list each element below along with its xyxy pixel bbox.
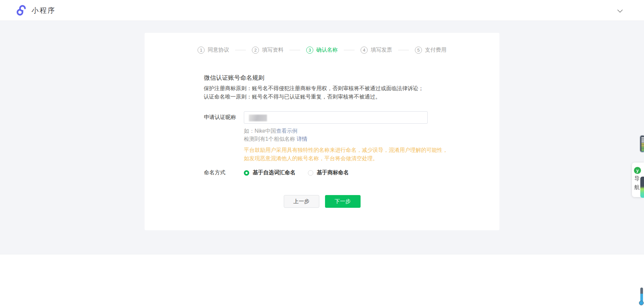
- page-progress-thermometer-bulb[interactable]: [639, 301, 644, 305]
- scroll-minimap-widget[interactable]: [640, 135, 644, 152]
- chevron-down-icon[interactable]: [618, 7, 623, 13]
- example-prefix: 如：Nike中国: [244, 128, 276, 134]
- naming-method-label: 命名方式: [204, 169, 244, 176]
- rule-line-trademark: 保护注册商标原则：账号名不得侵犯注册商标专用权，否则审核将不被通过或面临法律诉讼…: [204, 84, 499, 93]
- warning-line-1: 平台鼓励用户采用具有独特性的名称来进行命名，减少误导，混淆用户理解的可能性，: [244, 146, 499, 154]
- example-line: 如：Nike中国查看示例: [244, 127, 499, 135]
- nav-label-char-1: 导: [634, 176, 640, 182]
- input-redacted-text: [249, 115, 267, 121]
- view-example-link[interactable]: 查看示例: [276, 128, 298, 134]
- radio-option-custom-words[interactable]: 基于自选词汇命名: [244, 169, 296, 176]
- actions-row: 上一步 下一步: [145, 195, 499, 208]
- next-step-button[interactable]: 下一步: [325, 195, 361, 208]
- miniprogram-logo-icon: [15, 4, 27, 16]
- naming-method-row: 命名方式 基于自选词汇命名 基于商标命名: [204, 169, 499, 176]
- stepper-separator: [235, 50, 246, 50]
- page-title: 小程序: [32, 6, 56, 15]
- rules-title: 微信认证账号命名规则: [204, 73, 499, 82]
- nickname-row: 申请认证昵称: [204, 111, 499, 124]
- naming-warning: 平台鼓励用户采用具有独特性的名称来进行命名，减少误导，混淆用户理解的可能性， 如…: [244, 146, 499, 163]
- nickname-label: 申请认证昵称: [204, 114, 244, 121]
- nav-label-char-2: 航: [634, 184, 640, 190]
- step-number: 5: [415, 47, 422, 54]
- main-area: 1 同意协议 2 填写资料 3 确认名称 4 填写发票 5 支付费用: [0, 21, 644, 254]
- step-label: 填写发票: [371, 47, 392, 54]
- nav-extension-logo-icon[interactable]: y: [634, 167, 641, 174]
- stepper-separator: [344, 50, 355, 50]
- nickname-input[interactable]: [244, 111, 428, 124]
- stepper-separator: [398, 50, 409, 50]
- page-footer: [0, 254, 644, 308]
- radio-label: 基于商标命名: [317, 169, 349, 176]
- stepper-separator: [289, 50, 300, 50]
- radio-option-trademark[interactable]: 基于商标命名: [308, 169, 349, 176]
- minimap-ticks: [641, 137, 644, 152]
- rules-text: 保护注册商标原则：账号名不得侵犯注册商标专用权，否则审核将不被通过或面临法律诉讼…: [204, 84, 499, 101]
- rule-line-unique: 认证命名唯一原则：账号名不得与已认证账号重复，否则审核将不被通过。: [204, 93, 499, 101]
- stepper-step-pay[interactable]: 5 支付费用: [415, 47, 446, 54]
- similar-text: 检测到有1个相似名称: [244, 136, 297, 142]
- stepper-step-agree[interactable]: 1 同意协议: [198, 47, 229, 54]
- step-label: 支付费用: [425, 47, 446, 54]
- stepper: 1 同意协议 2 填写资料 3 确认名称 4 填写发票 5 支付费用: [145, 33, 499, 54]
- step-number: 4: [361, 47, 368, 54]
- nav-scroll-indicator[interactable]: [640, 177, 644, 198]
- radio-unchecked-icon[interactable]: [308, 170, 313, 176]
- step-number: 1: [198, 47, 205, 54]
- detail-link[interactable]: 详情: [297, 136, 307, 142]
- step-label: 同意协议: [208, 47, 229, 54]
- radio-label: 基于自选词汇命名: [253, 169, 296, 176]
- prev-step-button[interactable]: 上一步: [284, 195, 319, 208]
- similar-line: 检测到有1个相似名称 详情: [244, 135, 499, 143]
- stepper-step-info[interactable]: 2 填写资料: [252, 47, 283, 54]
- stepper-step-name-current[interactable]: 3 确认名称: [306, 47, 338, 54]
- step-label: 填写资料: [262, 47, 283, 54]
- step-number: 3: [306, 47, 313, 54]
- stepper-step-invoice[interactable]: 4 填写发票: [361, 47, 392, 54]
- radio-checked-icon[interactable]: [244, 170, 249, 176]
- certification-card: 1 同意协议 2 填写资料 3 确认名称 4 填写发票 5 支付费用: [145, 33, 499, 230]
- step-label: 确认名称: [316, 47, 338, 54]
- top-header: 小程序: [0, 0, 644, 21]
- warning-line-2: 如发现恶意混淆他人的账号名称，平台将会做清空处理。: [244, 154, 499, 163]
- step-number: 2: [252, 47, 259, 54]
- nickname-help: 如：Nike中国查看示例 检测到有1个相似名称 详情 平台鼓励用户采用具有独特性…: [244, 127, 499, 163]
